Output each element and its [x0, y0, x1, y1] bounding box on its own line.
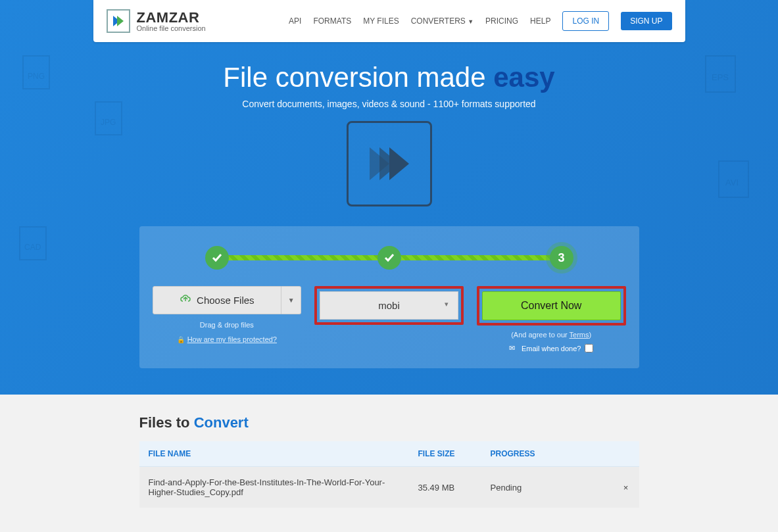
- nav-help[interactable]: HELP: [530, 16, 550, 26]
- choose-files-dropdown[interactable]: ▼: [281, 286, 301, 314]
- step-2-done: [377, 246, 401, 270]
- svg-rect-6: [719, 161, 748, 197]
- brand-name: ZAMZAR: [137, 11, 206, 25]
- terms-text: (And agree to our Terms): [477, 331, 626, 339]
- email-when-done-label: Email when done?: [522, 345, 581, 352]
- nav-api[interactable]: API: [289, 16, 301, 26]
- logo-icon: [107, 9, 130, 33]
- files-protected-link[interactable]: How are my files protected?: [187, 335, 277, 343]
- svg-rect-8: [20, 227, 46, 260]
- lock-icon: [177, 335, 187, 343]
- signup-button[interactable]: SIGN UP: [621, 12, 671, 30]
- terms-link[interactable]: Terms: [570, 331, 589, 339]
- col-filesize: FILE SIZE: [409, 441, 481, 467]
- nav-myfiles[interactable]: MY FILES: [363, 16, 399, 26]
- nav-formats[interactable]: FORMATS: [313, 16, 351, 26]
- converter-panel: 3 Choose Files ▼ Drag & drop files How a…: [139, 226, 639, 368]
- email-when-done-checkbox[interactable]: [585, 344, 593, 352]
- format-select[interactable]: mobi: [320, 291, 458, 320]
- page-title: File conversion made easy: [0, 62, 778, 93]
- svg-text:JPG: JPG: [101, 118, 116, 127]
- step-indicator: 3: [153, 246, 626, 270]
- svg-text:AVI: AVI: [725, 178, 739, 187]
- file-name-cell: Find-and-Apply-For-the-Best-Institutes-I…: [139, 467, 409, 508]
- nav-converters[interactable]: CONVERTERS ▼: [411, 16, 474, 26]
- nav-pricing[interactable]: PRICING: [485, 16, 518, 26]
- choose-files-button[interactable]: Choose Files: [153, 286, 282, 314]
- login-button[interactable]: LOG IN: [562, 11, 609, 31]
- brand-tagline: Online file conversion: [137, 25, 206, 32]
- mail-icon: [509, 344, 518, 352]
- logo[interactable]: ZAMZAR Online file conversion: [107, 9, 206, 33]
- convert-now-button[interactable]: Convert Now: [482, 291, 621, 320]
- remove-file-button[interactable]: ×: [613, 467, 639, 508]
- file-row: Find-and-Apply-For-the-Best-Institutes-I…: [139, 467, 639, 508]
- step-3-active: 3: [550, 246, 573, 270]
- file-size-cell: 35.49 MB: [409, 467, 481, 508]
- svg-text:CAD: CAD: [24, 243, 41, 252]
- hero-graphic: [347, 121, 432, 206]
- col-filename: FILE NAME: [139, 441, 409, 467]
- file-progress-cell: Pending: [481, 467, 613, 508]
- step-1-done: [205, 246, 229, 270]
- drag-drop-hint: Drag & drop files: [153, 321, 302, 329]
- navbar: ZAMZAR Online file conversion API FORMAT…: [93, 0, 685, 42]
- cloud-upload-icon: [180, 295, 191, 306]
- col-progress: PROGRESS: [481, 441, 613, 467]
- files-section-title: Files to Convert: [139, 414, 639, 431]
- page-subtitle: Convert documents, images, videos & soun…: [0, 99, 778, 109]
- chevron-down-icon: ▼: [468, 18, 474, 25]
- files-table: FILE NAME FILE SIZE PROGRESS Find-and-Ap…: [139, 441, 639, 508]
